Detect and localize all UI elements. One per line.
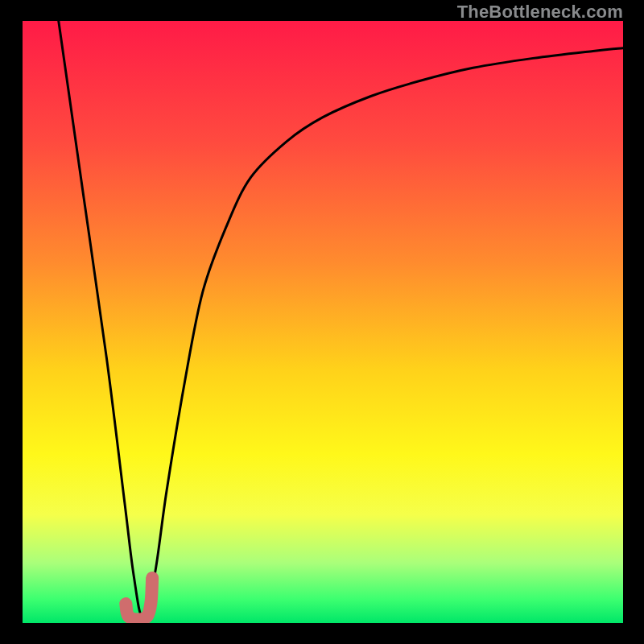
chart-frame: TheBottleneck.com [0, 0, 644, 644]
watermark-text: TheBottleneck.com [457, 2, 623, 23]
bottleneck-plot [23, 21, 623, 623]
gradient-background [23, 21, 623, 623]
